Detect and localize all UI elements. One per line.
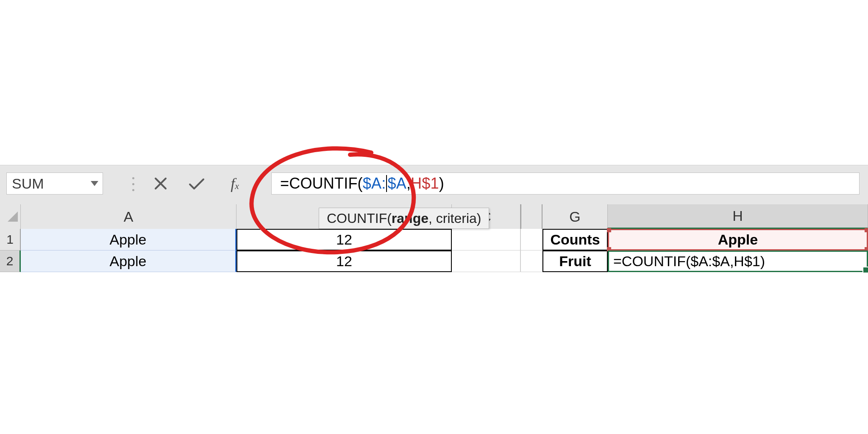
cancel-button[interactable] [146, 172, 175, 195]
row-2: 2 Apple 12 Fruit =COUNTIF($A:$A,H$1) [0, 250, 868, 272]
cell-gap-1 [520, 229, 542, 250]
formula-text-prefix: =COUNTIF( [280, 175, 363, 192]
column-header-H[interactable]: H [608, 204, 868, 229]
cell-G1[interactable]: Counts [542, 229, 608, 250]
insert-function-button[interactable]: fx [220, 172, 249, 195]
cell-H2[interactable]: =COUNTIF($A:$A,H$1) [608, 250, 868, 272]
cell-C1[interactable] [452, 229, 520, 250]
select-all-triangle[interactable] [0, 204, 21, 229]
cell-G2[interactable]: Fruit [542, 250, 608, 272]
formula-sep: , [406, 175, 411, 192]
column-header-G[interactable]: G [542, 204, 608, 229]
formula-text-suffix: ) [439, 175, 444, 192]
cell-C2[interactable] [452, 250, 520, 272]
fill-handle[interactable] [862, 267, 868, 273]
cell-B2[interactable]: 12 [236, 250, 452, 272]
name-box-value: SUM [12, 175, 44, 192]
tooltip-rest: , criteria) [428, 211, 481, 226]
formula-input[interactable]: =COUNTIF($A:$A,H$1) [271, 172, 860, 195]
name-box[interactable]: SUM [6, 172, 103, 195]
formula-bar-separator [132, 174, 136, 194]
cell-B1[interactable]: 12 [236, 229, 452, 250]
svg-marker-1 [8, 211, 18, 222]
enter-button[interactable] [182, 172, 211, 195]
row-header-1[interactable]: 1 [0, 229, 21, 250]
hidden-columns-indicator[interactable] [520, 204, 542, 229]
name-box-dropdown-icon[interactable] [91, 181, 98, 186]
formula-ref-range-a: $A: [363, 175, 386, 192]
text-caret [386, 175, 387, 192]
formula-ref-range-b: $A [387, 175, 406, 192]
formula-bar: SUM fx =COUNTIF($A:$A,H$1) [0, 165, 868, 205]
cell-A1[interactable]: Apple [21, 229, 236, 250]
row-header-2[interactable]: 2 [0, 250, 21, 272]
cell-gap-2 [520, 250, 542, 272]
cell-A2[interactable]: Apple [21, 250, 236, 272]
range-handle-icon [607, 228, 611, 232]
formula-ref-criteria: H$1 [411, 175, 439, 192]
svg-marker-0 [91, 181, 98, 186]
grid: 1 Apple 12 Counts Apple 2 Apple 12 Fruit… [0, 229, 868, 272]
range-handle-icon [865, 228, 868, 232]
cell-H1[interactable]: Apple [608, 229, 868, 250]
function-tooltip: COUNTIF(range, criteria) [319, 208, 489, 229]
column-header-A[interactable]: A [21, 204, 236, 229]
tooltip-fn: COUNTIF( [327, 211, 392, 226]
tooltip-current-arg: range [392, 211, 428, 226]
row-1: 1 Apple 12 Counts Apple [0, 229, 868, 250]
